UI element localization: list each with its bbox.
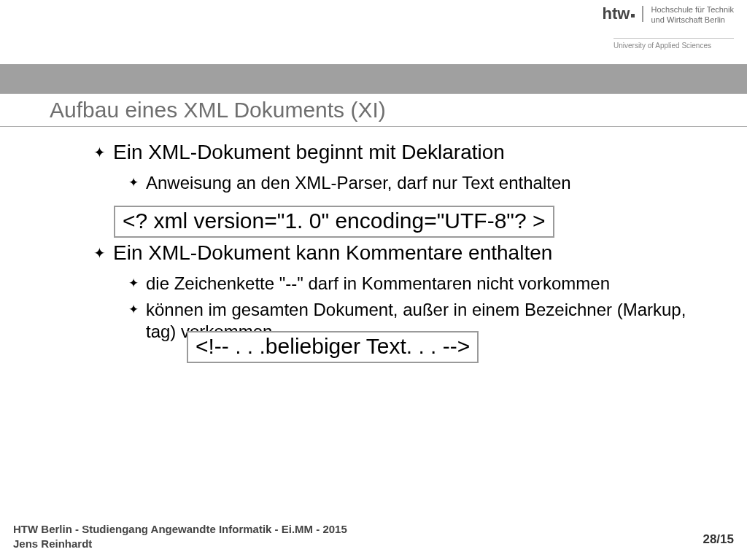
code-box: <!-- . . .beliebiger Text. . . --> — [187, 331, 479, 363]
diamond-icon: ✦ — [128, 172, 139, 194]
footer-line1: HTW Berlin - Studiengang Angewandte Info… — [13, 522, 347, 537]
code-box: <? xml version="1. 0" encoding="UTF-8"? … — [114, 206, 554, 238]
footer: HTW Berlin - Studiengang Angewandte Info… — [13, 522, 734, 551]
slide-title: Aufbau eines XML Dokuments (XI) — [0, 98, 386, 122]
content: ✦ Ein XML-Dokument beginnt mit Deklarati… — [0, 136, 747, 516]
page-number: 28/15 — [703, 532, 734, 551]
diamond-icon: ✦ — [128, 299, 139, 321]
bullet-level1: ✦ Ein XML-Dokument kann Kommentare entha… — [93, 241, 734, 265]
logo: htw Hochschule für Technik und Wirtschaf… — [603, 4, 734, 25]
bullet-text: Ein XML-Dokument kann Kommentare enthalt… — [113, 241, 552, 265]
bullet-level2: ✦ Anweisung an den XML-Parser, darf nur … — [128, 172, 697, 194]
slide: htw Hochschule für Technik und Wirtschaf… — [0, 0, 747, 560]
title-row: Aufbau eines XML Dokuments (XI) — [0, 93, 747, 127]
logo-mark: htw — [603, 6, 644, 22]
logo-subtitle: University of Applied Sciences — [614, 38, 734, 50]
bullet-text: Anweisung an den XML-Parser, darf nur Te… — [146, 172, 571, 194]
bullet-level1: ✦ Ein XML-Dokument beginnt mit Deklarati… — [93, 140, 734, 165]
footer-left: HTW Berlin - Studiengang Angewandte Info… — [13, 522, 347, 551]
bullet-text: die Zeichenkette "--" darf in Kommentare… — [146, 273, 610, 295]
diamond-icon: ✦ — [93, 140, 106, 165]
topbar: htw Hochschule für Technik und Wirtschaf… — [0, 0, 747, 64]
header-band — [0, 64, 747, 93]
logo-dot-icon — [631, 14, 635, 18]
diamond-icon: ✦ — [93, 241, 106, 265]
logo-text: Hochschule für Technik und Wirtschaft Be… — [643, 4, 734, 25]
code-wrapper: <!-- . . .beliebiger Text. . . --> — [187, 324, 734, 363]
logo-text-line2: und Wirtschaft Berlin — [651, 15, 734, 25]
code-wrapper: <? xml version="1. 0" encoding="UTF-8"? … — [114, 198, 734, 238]
bullet-text: Ein XML-Dokument beginnt mit Deklaration — [113, 140, 505, 165]
logo-text-line1: Hochschule für Technik — [651, 4, 734, 15]
bullet-level2: ✦ die Zeichenkette "--" darf in Kommenta… — [128, 273, 697, 295]
footer-line2: Jens Reinhardt — [13, 537, 347, 551]
logo-mark-text: htw — [603, 4, 630, 23]
diamond-icon: ✦ — [128, 273, 139, 295]
